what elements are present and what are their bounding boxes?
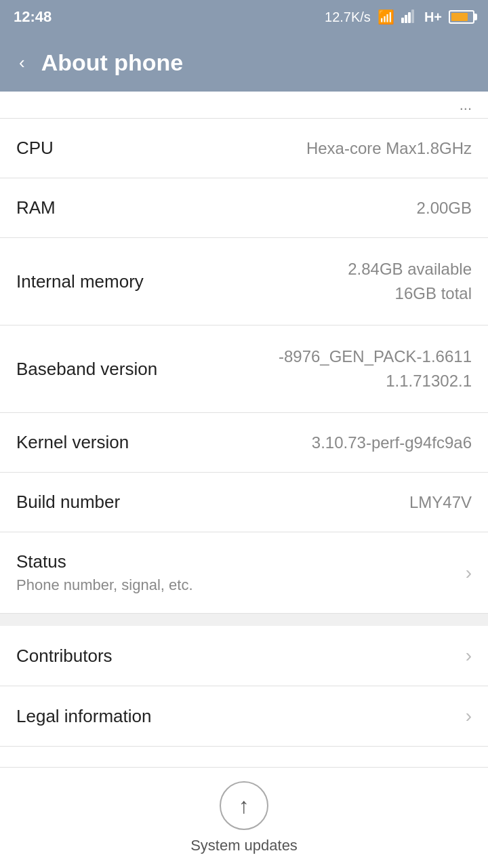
legal-information-content: Legal information	[16, 706, 151, 727]
signal-icon	[401, 8, 418, 26]
kernel-row: Kernel version 3.10.73-perf-g94fc9a6	[0, 413, 488, 473]
legal-information-chevron-icon: ›	[466, 705, 472, 727]
status-content: Status Phone number, signal, etc.	[16, 551, 193, 594]
ram-value: 2.00GB	[417, 199, 472, 218]
internal-memory-row: Internal memory 2.84GB available16GB tot…	[0, 238, 488, 326]
system-updates-button[interactable]: ↑	[220, 781, 268, 830]
page-title: About phone	[41, 50, 184, 76]
section-divider	[0, 614, 488, 626]
upload-icon: ↑	[239, 793, 249, 818]
contributors-content: Contributors	[16, 646, 113, 667]
contributors-label: Contributors	[16, 646, 113, 667]
partial-row: ...	[0, 92, 488, 119]
cpu-label: CPU	[16, 138, 54, 159]
status-sublabel: Phone number, signal, etc.	[16, 576, 193, 594]
svg-rect-0	[401, 18, 404, 23]
contributors-row[interactable]: Contributors ›	[0, 626, 488, 686]
ram-row: RAM 2.00GB	[0, 178, 488, 238]
status-chevron-icon: ›	[466, 562, 472, 584]
status-label: Status	[16, 551, 193, 572]
svg-rect-3	[411, 9, 414, 23]
cpu-value: Hexa-core Max1.8GHz	[306, 139, 472, 158]
bottom-bar: ↑ System updates	[0, 767, 488, 868]
baseband-label: Baseband version	[16, 359, 157, 380]
wifi-icon: 📶	[378, 9, 394, 25]
back-button[interactable]: ‹	[14, 47, 30, 79]
app-bar: ‹ About phone	[0, 34, 488, 92]
baseband-value: -8976_GEN_PACK-1.66111.1.71302.1	[279, 344, 472, 393]
ram-label: RAM	[16, 197, 56, 218]
kernel-value: 3.10.73-perf-g94fc9a6	[312, 433, 472, 452]
status-bar: 12:48 12.7K/s 📶 H+	[0, 0, 488, 34]
internal-memory-value: 2.84GB available16GB total	[348, 257, 472, 306]
internal-memory-label: Internal memory	[16, 271, 144, 292]
svg-rect-1	[405, 15, 407, 23]
legal-information-row[interactable]: Legal information ›	[0, 686, 488, 747]
status-row[interactable]: Status Phone number, signal, etc. ›	[0, 532, 488, 614]
kernel-label: Kernel version	[16, 432, 129, 453]
svg-rect-2	[408, 12, 411, 23]
network-speed: 12.7K/s	[325, 9, 371, 25]
baseband-row: Baseband version -8976_GEN_PACK-1.66111.…	[0, 326, 488, 413]
status-icons: 12.7K/s 📶 H+	[325, 8, 474, 26]
build-number-label: Build number	[16, 492, 120, 513]
status-time: 12:48	[14, 8, 52, 26]
contributors-chevron-icon: ›	[466, 645, 472, 667]
battery-icon	[449, 10, 474, 24]
build-number-value: LMY47V	[409, 493, 472, 512]
network-type: H+	[424, 9, 442, 25]
build-number-row: Build number LMY47V	[0, 473, 488, 532]
partial-value: ...	[460, 96, 472, 114]
content-area: CPU Hexa-core Max1.8GHz RAM 2.00GB Inter…	[0, 119, 488, 767]
cpu-row: CPU Hexa-core Max1.8GHz	[0, 119, 488, 178]
system-updates-label: System updates	[190, 837, 298, 854]
legal-information-label: Legal information	[16, 706, 151, 727]
